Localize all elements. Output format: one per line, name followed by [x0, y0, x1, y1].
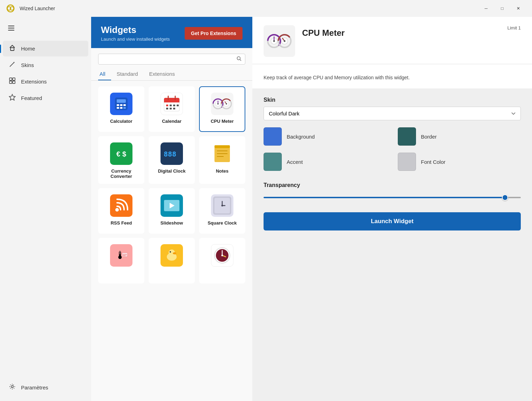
sidebar-item-extensions[interactable]: Extensions	[3, 74, 88, 89]
color-item-font-color[interactable]: Font Color	[398, 153, 521, 171]
pro-extensions-button[interactable]: Get Pro Extensions	[185, 27, 243, 40]
svg-rect-31	[177, 105, 179, 106]
app-body: Home Skins Extensions Featured	[0, 17, 532, 401]
cpu-thumb	[211, 93, 233, 115]
svg-marker-8	[9, 94, 15, 100]
detail-body: Skin Colorful Dark Colorful Light Dark L…	[252, 88, 532, 239]
squareclock-label: Square Clock	[207, 220, 237, 226]
sidebar-item-home[interactable]: Home	[3, 41, 88, 56]
tab-standard[interactable]: Standard	[115, 67, 144, 80]
sidebar-item-settings[interactable]: Paramètres	[3, 380, 88, 395]
tab-all[interactable]: All	[98, 67, 111, 80]
hamburger-line-1	[8, 26, 14, 26]
digital-thumb: 888	[161, 142, 183, 165]
widget-card-11[interactable]	[149, 238, 195, 283]
close-button[interactable]: ✕	[510, 3, 526, 14]
hamburger-button[interactable]	[4, 21, 18, 35]
widget-card-10[interactable]: 🌡	[98, 238, 144, 283]
skins-icon	[8, 61, 16, 69]
transparency-slider[interactable]	[264, 197, 521, 198]
svg-point-76	[221, 255, 223, 256]
svg-point-61	[221, 205, 223, 207]
color-item-accent[interactable]: Accent	[264, 153, 387, 171]
svg-rect-28	[166, 108, 168, 109]
home-icon	[8, 44, 16, 53]
svg-rect-27	[173, 105, 175, 106]
font-color-swatch[interactable]	[398, 153, 416, 171]
slideshow-thumb	[161, 194, 183, 217]
sidebar-bottom: Paramètres	[0, 380, 91, 401]
border-swatch[interactable]	[398, 127, 416, 146]
widget-card-digital-clock[interactable]: 888 Digital Clock	[149, 136, 195, 184]
svg-point-53	[115, 208, 119, 212]
background-swatch[interactable]	[264, 127, 282, 146]
search-icon	[237, 56, 241, 62]
widget-grid: Calculator Calendar	[91, 83, 252, 401]
transparency-label: Transparency	[264, 182, 521, 188]
svg-point-86	[284, 40, 286, 42]
skin-label: Skin	[264, 97, 521, 103]
accent-swatch[interactable]	[264, 153, 282, 171]
sidebar-item-featured[interactable]: Featured	[3, 90, 88, 106]
detail-description-area: Keep track of average CPU and Memory uti…	[252, 64, 532, 81]
hamburger-line-2	[8, 28, 14, 28]
sidebar-item-skins[interactable]: Skins	[3, 57, 88, 73]
svg-point-41	[226, 103, 227, 105]
notes-label: Notes	[216, 168, 229, 174]
sidebar-label-extensions: Extensions	[21, 79, 47, 85]
widget-card-cpu-meter[interactable]: CPU Meter	[199, 86, 245, 132]
sidebar-label-settings: Paramètres	[21, 385, 48, 390]
launch-widget-button[interactable]: Launch Widget	[264, 212, 521, 230]
widget-card-currency[interactable]: €$ Currency Converter	[98, 136, 144, 184]
widget-card-calendar[interactable]: Calendar	[149, 86, 195, 132]
widget-card-calculator[interactable]: Calculator	[98, 86, 144, 132]
currency-thumb: €$	[110, 142, 132, 165]
widget11-thumb	[161, 244, 183, 267]
widget-card-notes[interactable]: Notes	[199, 136, 245, 184]
svg-rect-26	[170, 105, 172, 106]
notes-thumb	[211, 142, 233, 165]
widget-card-rss[interactable]: RSS Feed	[98, 188, 144, 234]
banner-subtitle: Launch and view installed widgets	[101, 36, 170, 42]
color-item-background[interactable]: Background	[264, 127, 387, 146]
svg-rect-14	[117, 104, 119, 106]
svg-rect-19	[123, 107, 126, 109]
svg-rect-29	[170, 108, 172, 109]
widget-card-12[interactable]	[199, 238, 245, 283]
color-grid: Background Border Accent Font Color	[264, 127, 521, 171]
font-color-label: Font Color	[421, 159, 445, 165]
rss-label: RSS Feed	[111, 220, 132, 226]
calendar-label: Calendar	[162, 119, 182, 124]
search-input[interactable]	[102, 56, 234, 62]
banner-text: Widgets Launch and view installed widget…	[101, 25, 170, 42]
sidebar: Home Skins Extensions Featured	[0, 17, 91, 401]
skin-select[interactable]: Colorful Dark Colorful Light Dark Light	[264, 107, 521, 120]
svg-rect-7	[13, 81, 15, 83]
svg-point-71	[170, 251, 171, 253]
header-banner: Widgets Launch and view installed widget…	[91, 17, 252, 48]
rss-thumb	[110, 194, 132, 217]
svg-text:888: 888	[164, 150, 176, 158]
widget12-thumb	[211, 244, 233, 267]
content-area: Widgets Launch and view installed widget…	[91, 17, 532, 401]
currency-label: Currency Converter	[103, 168, 139, 179]
squareclock-thumb	[211, 194, 233, 217]
color-item-border[interactable]: Border	[398, 127, 521, 146]
svg-point-70	[173, 252, 176, 254]
svg-rect-22	[164, 101, 179, 102]
tab-extensions[interactable]: Extensions	[148, 67, 180, 80]
maximize-button[interactable]: □	[494, 3, 510, 14]
background-label: Background	[287, 134, 315, 140]
accent-label: Accent	[287, 159, 303, 165]
svg-rect-3	[11, 48, 14, 51]
widget10-thumb: 🌡	[110, 244, 132, 267]
calendar-thumb	[161, 93, 183, 115]
minimize-button[interactable]: ─	[478, 3, 494, 14]
hamburger-line-3	[8, 30, 14, 31]
titlebar: Wized Launcher ─ □ ✕	[0, 0, 532, 17]
widget-card-slideshow[interactable]: Slideshow	[149, 188, 195, 234]
search-container	[91, 48, 252, 67]
calculator-label: Calculator	[110, 119, 132, 124]
svg-text:€: €	[116, 150, 120, 158]
widget-card-square-clock[interactable]: Square Clock	[199, 188, 245, 234]
